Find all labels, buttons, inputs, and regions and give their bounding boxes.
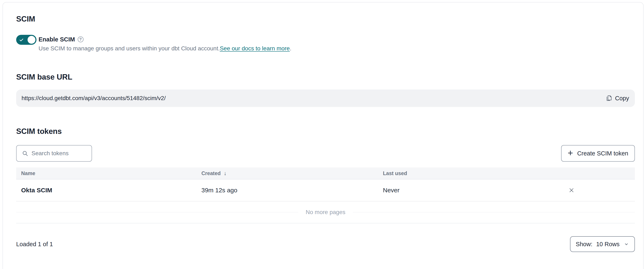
- column-header-last-used[interactable]: Last used: [378, 170, 564, 176]
- pagination-divider-line: [16, 212, 298, 212]
- cell-token-last-used: Never: [378, 187, 564, 194]
- pagination-status: No more pages: [16, 202, 635, 224]
- cell-token-actions: [564, 186, 635, 195]
- table-header: Name Created ↓ Last used: [16, 168, 635, 180]
- table-footer: Loaded 1 of 1 Show: 10 Rows: [16, 236, 635, 252]
- create-scim-token-button[interactable]: + Create SCIM token: [561, 145, 635, 162]
- show-label: Show:: [576, 241, 592, 248]
- copy-label: Copy: [615, 95, 629, 102]
- rows-per-page-value: 10 Rows: [596, 241, 620, 248]
- description-suffix: .: [290, 45, 291, 52]
- chevron-down-icon: [624, 242, 629, 247]
- enable-scim-text: Enable SCIM ? Use SCIM to manage groups …: [38, 35, 291, 53]
- close-icon: [569, 188, 574, 193]
- page-title: SCIM: [16, 14, 635, 24]
- column-header-name[interactable]: Name: [16, 170, 196, 176]
- enable-scim-label: Enable SCIM: [38, 36, 75, 43]
- docs-link[interactable]: See our docs to learn more: [220, 45, 290, 52]
- enable-scim-description: Use SCIM to manage groups and users with…: [38, 44, 291, 53]
- toggle-knob: [28, 36, 36, 44]
- rows-per-page-select[interactable]: Show: 10 Rows: [570, 236, 635, 252]
- tokens-toolbar: + Create SCIM token: [16, 145, 635, 162]
- scim-base-url-field: https://cloud.getdbt.com/api/v3/accounts…: [16, 90, 635, 107]
- loaded-count: Loaded 1 of 1: [16, 241, 53, 248]
- pagination-divider-line: [353, 212, 635, 212]
- token-search: [16, 145, 92, 162]
- table-row: Okta SCIM 39m 12s ago Never: [16, 180, 635, 202]
- enable-scim-row: Enable SCIM ? Use SCIM to manage groups …: [16, 35, 635, 53]
- scim-base-url-value: https://cloud.getdbt.com/api/v3/accounts…: [22, 95, 166, 102]
- cell-token-name: Okta SCIM: [16, 187, 196, 194]
- column-header-created[interactable]: Created ↓: [196, 170, 378, 176]
- enable-scim-toggle[interactable]: [16, 35, 36, 45]
- search-icon: [22, 150, 28, 156]
- delete-token-button[interactable]: [567, 186, 576, 195]
- search-input[interactable]: [32, 150, 88, 157]
- help-icon[interactable]: ?: [78, 36, 84, 42]
- copy-button[interactable]: Copy: [606, 95, 629, 102]
- tokens-table: Name Created ↓ Last used Okta SCIM 39m 1…: [16, 168, 635, 224]
- scim-settings-card: SCIM Enable SCIM ? Use SCIM to manage gr…: [2, 2, 644, 269]
- create-scim-token-label: Create SCIM token: [577, 150, 628, 157]
- description-text: Use SCIM to manage groups and users with…: [38, 45, 220, 52]
- plus-icon: +: [568, 148, 573, 158]
- sort-desc-icon: ↓: [224, 170, 226, 176]
- check-icon: [19, 37, 24, 43]
- cell-token-created: 39m 12s ago: [196, 187, 378, 194]
- no-more-pages-text: No more pages: [306, 209, 345, 216]
- copy-icon: [606, 95, 612, 102]
- scim-base-url-heading: SCIM base URL: [16, 72, 635, 82]
- scim-tokens-heading: SCIM tokens: [16, 127, 635, 136]
